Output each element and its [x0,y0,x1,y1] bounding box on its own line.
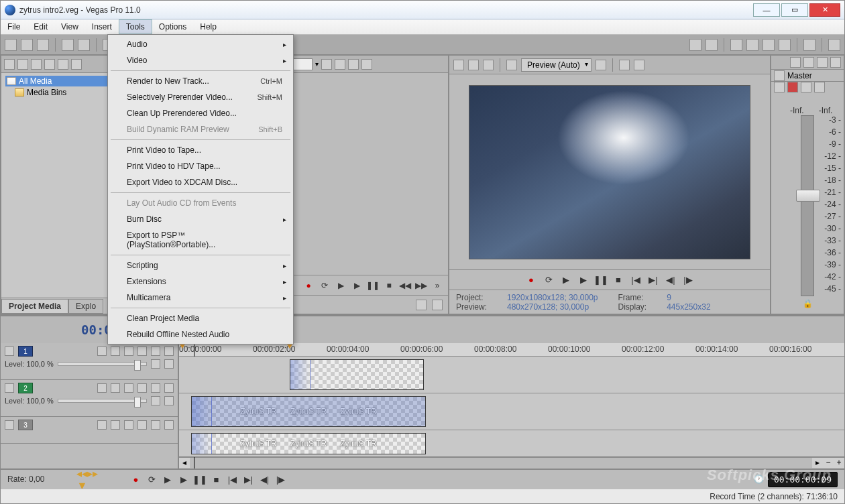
pv-stop-icon[interactable]: ■ [613,275,624,286]
mid-stop-icon[interactable]: ■ [384,280,394,291]
th3-b4[interactable] [137,420,147,430]
tool-edit-icon[interactable] [689,39,701,51]
pv-record-icon[interactable]: ● [526,275,537,286]
th1-b3[interactable] [124,346,133,356]
menu-selectively-prerender[interactable]: Selectively Prerender Video...Shift+M [109,89,292,105]
menu-print-tape[interactable]: Print Video to Tape... [109,142,292,158]
track-lane-3[interactable]: ZytruS TR ZytruS TR ZytruS TR [179,430,844,457]
master-fader[interactable] [796,190,820,202]
master-info-icon[interactable] [814,82,825,92]
render-icon[interactable] [62,39,74,51]
track-lane-1[interactable] [179,357,844,393]
th2-b5[interactable] [151,383,160,393]
mid-fx-icon[interactable] [321,59,332,70]
tool-select-icon[interactable] [706,39,718,51]
maximize-button[interactable]: ▭ [781,3,808,17]
menu-options[interactable]: Options [152,19,193,34]
mid-monitor-icon[interactable] [361,59,372,70]
th1-icon[interactable] [5,346,14,356]
menu-burn-disc[interactable]: Burn Disc▸ [109,211,292,227]
mid-loop-icon[interactable]: ⟳ [319,280,330,291]
mid-play-icon[interactable]: ▶ [351,280,362,291]
mid-next-icon[interactable]: ▶▶ [416,280,427,291]
menu-scripting[interactable]: Scripting▸ [109,257,292,273]
th2-b3[interactable] [124,383,133,393]
pv-prev-icon[interactable]: ◀| [665,275,676,286]
mid-bolt-icon[interactable] [335,59,345,70]
prev-copy-icon[interactable] [619,60,630,70]
th3-b3[interactable] [124,420,133,430]
th2-b1[interactable] [97,383,107,393]
timeline-tracks[interactable]: 00:00:00:00 00:00:02:00 00:00:04:00 00:0… [179,343,844,468]
th1-c1[interactable] [151,359,160,369]
menu-rebuild-nested[interactable]: Rebuild Offline Nested Audio [109,326,292,342]
tab-project-media[interactable]: Project Media [1,299,68,314]
hscroll-right[interactable]: ▸ [812,458,823,468]
th1-c2[interactable] [164,359,174,369]
menu-extensions[interactable]: Extensions▸ [109,273,292,290]
prev-grid-icon[interactable] [596,60,606,70]
track-header-3[interactable]: 3 [1,417,178,444]
th2-b6[interactable] [164,383,174,393]
bt-loop-icon[interactable]: ⟳ [146,474,157,485]
preview-quality-dropdown[interactable]: Preview (Auto) [521,58,592,72]
mid-pause-icon[interactable]: ❚❚ [368,280,378,291]
tool-snap-icon[interactable] [730,39,742,51]
tree-all-media[interactable]: All Media [5,76,117,86]
th2-icon[interactable] [5,383,14,393]
bt-record-icon[interactable]: ● [130,474,141,485]
pm-filter-icon[interactable] [17,59,28,70]
th1-b6[interactable] [164,346,174,356]
timeline-ruler[interactable]: 00:00:00:00 00:00:02:00 00:00:04:00 00:0… [179,343,844,357]
pm-more-icon[interactable] [71,59,82,70]
master-io-icon[interactable] [774,70,785,81]
menu-audio[interactable]: Audio▸ [109,36,292,52]
menu-clean-project[interactable]: Clean Project Media [109,310,292,326]
pv-play-icon[interactable]: ▶ [578,275,589,286]
pv-start-icon[interactable]: |◀ [630,275,641,286]
track-header-1[interactable]: 1 Level: 100,0 % [1,343,178,380]
track-lane-2[interactable]: ZytruS TR ZytruS TR ZytruS TR [179,393,844,430]
menu-export-psp[interactable]: Export to PSP™ (PlayStation®Portable)... [109,227,292,253]
menu-multicamera[interactable]: Multicamera▸ [109,290,292,306]
open-icon[interactable] [21,39,33,51]
bt-start-icon[interactable]: |◀ [227,474,237,485]
mid-play-start-icon[interactable]: ▶ [335,280,346,291]
th1-b2[interactable] [111,346,120,356]
pv-pause-icon[interactable]: ❚❚ [596,275,606,286]
th3-b2[interactable] [111,420,120,430]
pv-end-icon[interactable]: ▶| [648,275,659,286]
tool-autoripple-icon[interactable] [763,39,775,51]
clip[interactable]: ZytruS TR ZytruS TR ZytruS TR [191,396,426,427]
bt-play-icon[interactable]: ▶ [178,474,189,485]
pv-loop-icon[interactable]: ⟳ [543,275,554,286]
pm-refresh-icon[interactable] [4,59,15,70]
menu-edit[interactable]: Edit [27,19,54,34]
master-fx-icon[interactable] [801,82,811,92]
hscroll-left[interactable]: ◂ [179,458,190,468]
pv-next-icon[interactable]: |▶ [683,275,693,286]
th1-b4[interactable] [137,346,147,356]
th3-icon[interactable] [5,420,14,430]
prev-save-icon[interactable] [634,60,644,70]
menu-insert[interactable]: Insert [85,19,119,34]
mid-more-icon[interactable]: » [432,280,443,291]
bt-end-icon[interactable]: ▶| [243,474,253,485]
tab-explorer[interactable]: Explo [68,299,103,314]
bt-prev-icon[interactable]: ◀| [259,474,270,485]
bt-stop-icon[interactable]: ■ [211,474,221,485]
tree-media-bins[interactable]: Media Bins [5,86,117,99]
bt-next-icon[interactable]: |▶ [275,474,286,485]
master-h4-icon[interactable] [830,57,841,68]
minimize-button[interactable]: — [753,3,780,17]
menu-render-new-track[interactable]: Render to New Track...Ctrl+M [109,73,292,89]
master-h3-icon[interactable] [817,57,828,68]
th2-c1[interactable] [151,396,160,405]
close-button[interactable]: ✕ [809,3,840,17]
menu-tools[interactable]: Tools [119,19,152,34]
pm-view-icon[interactable] [44,59,55,70]
th2-b4[interactable] [137,383,147,393]
th2-b2[interactable] [111,383,120,393]
clip[interactable]: ZytruS TR ZytruS TR ZytruS TR [191,433,426,454]
tool-help-icon[interactable] [828,39,840,51]
